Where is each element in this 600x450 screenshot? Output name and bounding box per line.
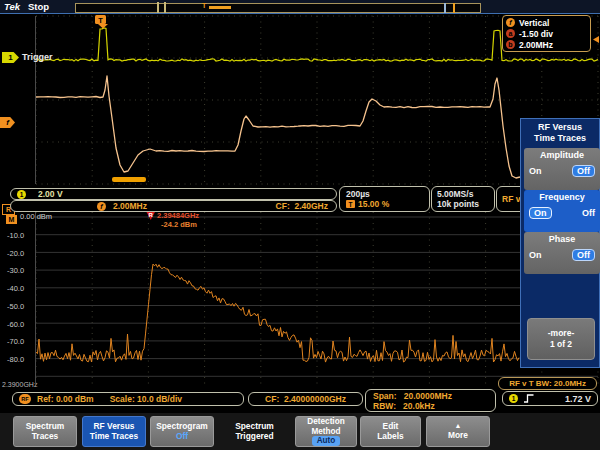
tek-logo: Tek: [4, 1, 20, 12]
channel1-icon: 1: [17, 190, 26, 199]
vertical-readout-panel: f Vertical a -1.50 div b 2.00MHz: [502, 15, 591, 52]
btn-line: Method: [311, 427, 340, 437]
btn-line: Triggered: [235, 432, 273, 442]
menu-item-frequency[interactable]: Frequency On Off: [524, 190, 600, 232]
spectrogram-state: Off: [176, 432, 188, 442]
ch1-scale-readout: 1 2.00 V: [10, 188, 337, 200]
ch1-scale-value: 2.00 V: [38, 189, 63, 199]
menu-button-rf-versus-time-traces[interactable]: RF Versus Time Traces: [82, 416, 146, 447]
menu-item-phase[interactable]: Phase On Off: [524, 232, 600, 274]
knob-f-icon: f: [506, 18, 515, 27]
spectrum-y-tick: -40.0: [7, 284, 24, 293]
ref-scale-readout: RF Ref: 0.00 dBm Scale: 10.0 dB/div: [12, 392, 244, 406]
record-tick-orange: [453, 3, 455, 13]
amplitude-off-button[interactable]: Off: [572, 165, 595, 177]
rising-edge-icon: [523, 393, 535, 404]
phase-off-button[interactable]: Off: [572, 249, 595, 261]
trigger-flag-pointer-icon: [98, 24, 108, 29]
marker-flag-letter: R: [149, 212, 154, 218]
spectrum-y-tick: -10.0: [7, 231, 24, 240]
frequency-off-button[interactable]: Off: [582, 208, 595, 218]
rf-v-clipped-text: RF v: [502, 194, 520, 204]
btn-line: Edit: [383, 422, 399, 432]
bottom-menu-bar: Spectrum Traces RF Versus Time Traces Sp…: [0, 413, 600, 450]
side-menu-title-line2: Time Traces: [521, 133, 599, 144]
btn-line: Traces: [32, 432, 59, 442]
timebase-value: 200µs: [346, 189, 370, 199]
rfvt-bandwidth-readout: RF v T BW: 20.0MHz: [498, 377, 597, 390]
menu-button-spectrogram[interactable]: Spectrogram Off: [150, 416, 214, 447]
sample-rate-value: 5.00MS/s: [437, 189, 473, 199]
menu-button-detection-method[interactable]: Detection Method Auto: [295, 416, 357, 447]
marker-amplitude-label: -24.2 dBm: [161, 220, 197, 229]
gate-segment: [209, 6, 231, 9]
rf-math-icon: f: [97, 202, 106, 211]
frequency-label: Frequency: [527, 192, 597, 202]
menu-button-spectrum-traces[interactable]: Spectrum Traces: [13, 416, 77, 447]
trigger-flag-label: T: [98, 16, 103, 25]
more-pages-line1: -more-: [548, 328, 574, 339]
rf-scale-readout: f 2.00MHz CF: 2.40GHz: [10, 200, 337, 212]
trigger-source-icon: 1: [509, 394, 518, 403]
rbw-value: RBW: 20.0kHz: [373, 401, 435, 411]
side-menu: RF Versus Time Traces Amplitude On Off F…: [520, 118, 600, 368]
timebase-readout: 200µs T 15.00 %: [339, 186, 430, 212]
more-pages-button[interactable]: -more- 1 of 2: [527, 318, 595, 360]
record-length-value: 10k points: [437, 199, 479, 209]
frequency-on-button[interactable]: On: [529, 207, 552, 219]
btn-line: Time Traces: [90, 432, 138, 442]
m-marker-badge: M: [6, 215, 17, 224]
trigger-t-icon: T: [346, 200, 355, 208]
btn-line: Labels: [377, 432, 404, 442]
menu-item-amplitude[interactable]: Amplitude On Off: [524, 148, 600, 190]
vertical-panel-title: Vertical: [519, 18, 549, 28]
knob-a-icon: a: [506, 29, 515, 38]
btn-line: RF Versus: [94, 422, 135, 432]
menu-button-more[interactable]: ▲ More: [426, 416, 490, 447]
rf-badge-icon: RF: [19, 394, 31, 404]
amplitude-on-button[interactable]: On: [529, 166, 542, 176]
vertical-scale-value: 2.00MHz: [519, 40, 553, 50]
cf-short-value: CF: 2.40GHz: [276, 201, 328, 211]
amplitude-label: Amplitude: [527, 150, 597, 160]
acquisition-preview-bar: T: [75, 3, 481, 13]
knob-b-icon: b: [506, 40, 515, 49]
spectrum-y-tick: -80.0: [7, 355, 24, 364]
trigger-position-value: 15.00 %: [358, 199, 389, 209]
spectrum-y-tick: -70.0: [7, 337, 24, 346]
trigger-label: Trigger: [22, 52, 53, 62]
trigger-level-readout: 1 1.72 V: [502, 391, 598, 406]
ref-level-label: 0.00 dBm: [20, 212, 52, 221]
spectrum-y-tick: -50.0: [7, 302, 24, 311]
scale-value: Scale: 10.0 dB/div: [110, 394, 182, 404]
btn-line: Spectrum: [235, 422, 274, 432]
ref-level-value: Ref: 0.00 dBm: [37, 394, 94, 404]
menu-label-spectrum-triggered: Spectrum Triggered: [218, 416, 291, 447]
expansion-bracket-left: [157, 2, 159, 13]
side-menu-title-line1: RF Versus: [521, 122, 599, 133]
menu-button-edit-labels[interactable]: Edit Labels: [360, 416, 421, 447]
acquisition-status: Stop: [28, 1, 49, 12]
rf-vs-time-readout-clipped: RF v: [496, 186, 522, 212]
trigger-position-marker: T: [202, 2, 206, 9]
more-pages-line2: 1 of 2: [550, 339, 572, 350]
rfvt-bw-value: RF v T BW: 20.0MHz: [509, 379, 586, 388]
btn-line: Spectrum: [26, 422, 65, 432]
spectrum-y-tick: -60.0: [7, 320, 24, 329]
record-tick-white: [444, 3, 446, 13]
oscilloscope-screen: -10.0-20.0-30.0-40.0-50.0-60.0-70.0-80.0…: [0, 0, 600, 450]
btn-line: Spectrogram: [156, 422, 208, 432]
vertical-position-value: -1.50 div: [519, 29, 553, 39]
spectrum-y-tick: -30.0: [7, 266, 24, 275]
marker-frequency-label: 2.39484GHz: [157, 211, 199, 220]
cf-value: CF: 2.40000000GHz: [265, 394, 346, 404]
btn-line: Detection: [307, 417, 344, 427]
rf-gate-indicator: [112, 177, 146, 182]
rf-scale-value: 2.00MHz: [113, 201, 147, 211]
phase-on-button[interactable]: On: [529, 250, 542, 260]
span-value: Span: 20.0000MHz: [373, 391, 452, 401]
phase-label: Phase: [527, 234, 597, 244]
cf-readout: CF: 2.40000000GHz: [248, 392, 363, 406]
span-rbw-readout: Span: 20.0000MHz RBW: 20.0kHz: [365, 389, 496, 412]
btn-line: More: [448, 431, 468, 441]
